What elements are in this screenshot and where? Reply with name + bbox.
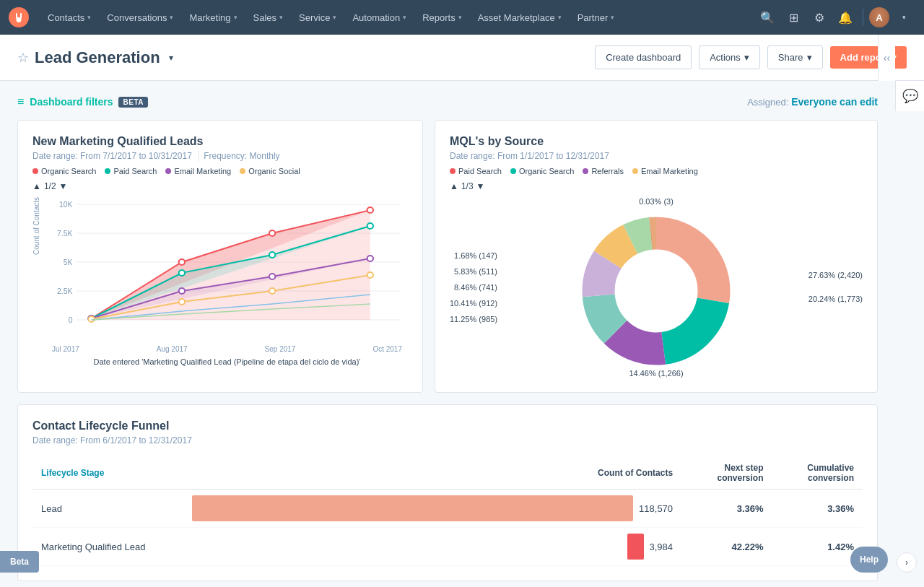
help-button[interactable]: Help xyxy=(850,547,888,573)
create-dashboard-button[interactable]: Create dashboard xyxy=(595,45,692,69)
main-content: ≡ Dashboard filters BETA Assigned: Every… xyxy=(0,81,895,587)
svg-point-17 xyxy=(367,207,373,213)
stage-name: Lead xyxy=(32,490,183,528)
nav-item-asset-marketplace[interactable]: Asset Marketplace ▾ xyxy=(471,8,569,27)
nav-item-service[interactable]: Service ▾ xyxy=(292,8,344,27)
legend-dot xyxy=(165,168,171,174)
share-chevron-icon: ▾ xyxy=(807,52,812,63)
up-arrow-icon: ▲ xyxy=(450,181,458,191)
svg-point-27 xyxy=(367,256,373,261)
filter-icon: ≡ xyxy=(17,95,24,108)
up-arrow-icon: ▲ xyxy=(32,181,41,191)
funnel-title: Contact Lifecycle Funnel xyxy=(32,419,863,432)
bar-cell: 118,570 xyxy=(183,490,681,528)
filter-label[interactable]: Dashboard filters xyxy=(30,96,113,108)
next-conversion-val: 42.22% xyxy=(681,528,772,566)
mql-chart-legend: Organic Search Paid Search Email Marketi… xyxy=(32,167,408,175)
svg-point-1 xyxy=(17,17,22,22)
header-left: ☆ Lead Generation ▾ xyxy=(17,48,595,67)
actions-button[interactable]: Actions ▾ xyxy=(699,45,760,69)
user-avatar[interactable]: A xyxy=(869,7,889,27)
main-layout: ≡ Dashboard filters BETA Assigned: Every… xyxy=(0,81,924,587)
nav-item-conversations[interactable]: Conversations ▾ xyxy=(100,8,180,27)
header-action-buttons: Create dashboard Actions ▾ Share ▾ Add r… xyxy=(595,45,907,69)
y-axis-label: Count of Contacts xyxy=(32,197,40,255)
bar-value: 3,984 xyxy=(650,542,674,552)
bar-cell: 3,984 xyxy=(183,528,681,566)
page-header: ☆ Lead Generation ▾ Create dashboard Act… xyxy=(0,35,924,81)
legend-dot xyxy=(32,168,38,174)
x-axis-label: Date entered 'Marketing Qualified Lead (… xyxy=(46,357,408,366)
chevron-down-icon: ▾ xyxy=(170,14,173,21)
cumulative-conversion-val: 1.42% xyxy=(772,528,863,566)
marketplace-icon-btn[interactable]: ⊞ xyxy=(782,6,805,29)
svg-point-29 xyxy=(179,299,185,305)
nav-item-contacts[interactable]: Contacts ▾ xyxy=(40,8,98,27)
beta-button[interactable]: Beta xyxy=(0,551,39,573)
svg-point-25 xyxy=(179,288,185,294)
contact-lifecycle-funnel-card: Contact Lifecycle Funnel Date range: Fro… xyxy=(17,404,878,581)
svg-text:10K: 10K xyxy=(59,201,73,209)
charts-row: New Marketing Qualified Leads Date range… xyxy=(17,120,878,393)
chevron-down-icon: ▾ xyxy=(403,14,406,21)
settings-icon-btn[interactable]: ⚙ xyxy=(808,6,831,29)
nav-item-partner[interactable]: Partner ▾ xyxy=(570,8,622,27)
line-chart-wrap: 10K 7.5K 5K 2.5K 0 xyxy=(46,197,408,366)
col-count: Count of Contacts xyxy=(183,457,681,490)
share-button[interactable]: Share ▾ xyxy=(767,45,823,69)
nav-item-automation[interactable]: Automation ▾ xyxy=(345,8,414,27)
mql-chart-meta: Date range: From 7/1/2017 to 10/31/2017 … xyxy=(32,151,408,161)
chevron-down-icon: ▾ xyxy=(279,14,283,21)
mql-source-meta: Date range: From 1/1/2017 to 12/31/2017 xyxy=(450,151,863,161)
legend-paid-search: Paid Search xyxy=(105,167,157,175)
mql-source-title: MQL's by Source xyxy=(450,135,863,148)
legend-dot xyxy=(105,168,110,174)
legend-dot xyxy=(240,168,245,174)
stage-name: Marketing Qualified Lead xyxy=(32,528,183,566)
funnel-table-header-row: Lifecycle Stage Count of Contacts Next s… xyxy=(32,457,863,490)
nav-item-reports[interactable]: Reports ▾ xyxy=(415,8,469,27)
down-arrow-icon: ▼ xyxy=(59,181,68,191)
search-icon-btn[interactable]: 🔍 xyxy=(756,6,779,29)
donut-chart-svg xyxy=(570,204,743,378)
line-chart-svg: 10K 7.5K 5K 2.5K 0 xyxy=(46,197,408,342)
col-cumulative-conversion: Cumulative conversion xyxy=(772,457,863,490)
collapse-panel-button[interactable]: ‹‹ xyxy=(878,35,895,81)
down-arrow-icon: ▼ xyxy=(476,181,485,191)
notifications-icon-btn[interactable]: 🔔 xyxy=(834,6,857,29)
legend-organic-search-r: Organic Search xyxy=(510,167,574,175)
assigned-value[interactable]: Everyone can edit xyxy=(791,96,878,108)
account-chevron-icon[interactable]: ▾ xyxy=(892,6,915,29)
legend-referrals-r: Referrals xyxy=(583,167,624,175)
legend-dot xyxy=(583,168,588,174)
svg-text:5K: 5K xyxy=(64,258,73,266)
actions-chevron-icon: ▾ xyxy=(744,52,749,63)
legend-dot xyxy=(510,168,516,174)
mql-source-chart-card: MQL's by Source Date range: From 1/1/201… xyxy=(435,120,878,393)
filter-left: ≡ Dashboard filters BETA xyxy=(17,95,148,108)
segment-labels-left: 1.68% (147) 5.83% (511) 8.46% (741) 10.4… xyxy=(450,248,497,327)
hubspot-logo[interactable] xyxy=(9,7,29,27)
title-dropdown-icon[interactable]: ▾ xyxy=(169,53,173,63)
mql-source-legend: Paid Search Organic Search Referrals xyxy=(450,167,863,175)
nav-items-list: Contacts ▾ Conversations ▾ Marketing ▾ S… xyxy=(40,8,756,27)
nav-item-marketing[interactable]: Marketing ▾ xyxy=(182,8,244,27)
svg-text:0: 0 xyxy=(69,316,73,324)
legend-organic-search: Organic Search xyxy=(32,167,96,175)
assigned-section: Assigned: Everyone can edit xyxy=(747,96,878,108)
beta-badge: BETA xyxy=(118,97,147,108)
funnel-bar xyxy=(192,495,633,521)
favorite-star-icon[interactable]: ☆ xyxy=(17,50,29,66)
svg-text:7.5K: 7.5K xyxy=(57,230,73,238)
content-area: ≡ Dashboard filters BETA Assigned: Every… xyxy=(0,81,924,587)
legend-email-marketing: Email Marketing xyxy=(165,167,231,175)
chevron-down-icon: ▾ xyxy=(611,14,614,21)
add-report-button[interactable]: Add report ▾ xyxy=(830,46,907,69)
chat-icon[interactable]: 💬 xyxy=(902,88,918,104)
next-arrow-button[interactable]: › xyxy=(897,552,917,573)
legend-dot xyxy=(450,168,456,174)
nav-item-sales[interactable]: Sales ▾ xyxy=(246,8,291,27)
legend-dot xyxy=(632,168,638,174)
mql-chart-title: New Marketing Qualified Leads xyxy=(32,135,408,148)
segment-label-top: 0.03% (3) xyxy=(639,197,674,206)
